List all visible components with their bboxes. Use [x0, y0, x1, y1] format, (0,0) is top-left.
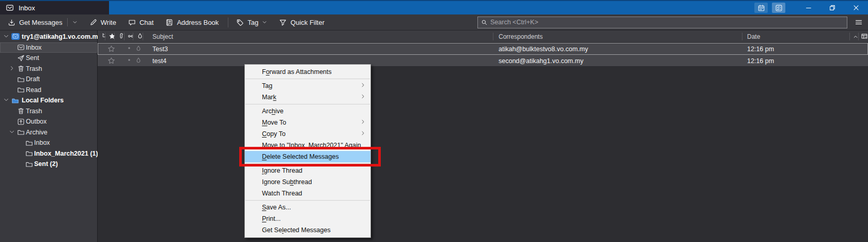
submenu-arrow-icon	[360, 82, 366, 88]
read-dot-icon[interactable]	[126, 45, 132, 51]
chevron-down-icon[interactable]	[3, 33, 9, 39]
thunderbird-window: Inbox Get Messages Write Chat Address B	[0, 0, 868, 242]
message-row[interactable]: Test3atikah@bulktestvo8.vo.com.my12:16 p…	[98, 43, 868, 55]
folder-icon	[25, 160, 33, 168]
subject-cell: test4	[152, 57, 166, 65]
quick-filter-button[interactable]: Quick Filter	[275, 16, 328, 29]
folder-icon	[25, 139, 33, 147]
folder-row-archive[interactable]: Archive	[0, 127, 97, 138]
folder-row-inbox[interactable]: Inbox	[0, 42, 97, 53]
thread-column-icon[interactable]	[101, 33, 107, 39]
column-date[interactable]: Date	[747, 33, 760, 40]
folder-label: Trash	[26, 65, 42, 72]
chevron-down-icon[interactable]	[9, 129, 15, 135]
address-book-label: Address Book	[177, 19, 219, 26]
read-dot-icon[interactable]	[126, 57, 132, 63]
folder-label: Inbox	[26, 44, 42, 51]
tab-label: Inbox	[19, 4, 35, 12]
calendar-button[interactable]	[754, 3, 768, 13]
menu-item-ignore-thread[interactable]: Ignore Thread	[245, 165, 370, 176]
menu-item-print[interactable]: Print...	[245, 213, 370, 224]
mail-tab-envelope-icon	[6, 4, 14, 12]
hamburger-icon	[855, 18, 863, 26]
junk-flame-icon[interactable]	[135, 57, 142, 64]
maximize-button[interactable]	[820, 1, 844, 14]
trash-icon	[17, 107, 25, 115]
folder-icon	[17, 86, 25, 94]
folder-row-trash[interactable]: Trash	[0, 64, 97, 74]
get-messages-button[interactable]: Get Messages	[4, 16, 81, 29]
app-menu-button[interactable]	[855, 18, 863, 26]
star-toggle-icon[interactable]	[107, 57, 115, 65]
column-divider	[133, 33, 133, 40]
folder-blue-icon	[11, 97, 19, 104]
inbox-icon	[17, 43, 25, 51]
write-label: Write	[101, 19, 116, 26]
tab-inbox[interactable]: Inbox	[0, 1, 109, 14]
address-book-icon	[165, 19, 173, 26]
menu-item-save-as[interactable]: Save As...	[245, 202, 370, 213]
folder-row-trash[interactable]: Trash	[0, 106, 97, 117]
menu-item-copy-to[interactable]: Copy To	[245, 128, 370, 140]
account-mail-icon	[11, 33, 20, 41]
folder-label: Sent	[26, 54, 39, 62]
titlebar: Inbox	[0, 1, 868, 14]
minimize-icon	[805, 4, 812, 11]
folder-row-inbox[interactable]: Inbox	[0, 138, 97, 148]
column-picker-icon[interactable]	[861, 33, 868, 40]
pencil-icon	[89, 19, 97, 26]
folder-row-outbox[interactable]: Outbox	[0, 116, 97, 127]
menu-separator	[245, 79, 370, 79]
folder-label: Draft	[26, 75, 40, 83]
correspondent-cell: second@atikahg1.vo.com.my	[499, 57, 583, 65]
write-button[interactable]: Write	[86, 16, 120, 29]
message-row[interactable]: test4second@atikahg1.vo.com.my12:16 pm	[98, 55, 868, 67]
trash-icon	[17, 65, 25, 72]
column-divider	[493, 33, 493, 40]
folder-row-local-folders[interactable]: Local Folders	[0, 95, 97, 106]
menu-item-get-selected-messages[interactable]: Get Selected Messages	[245, 224, 370, 236]
folder-icon	[25, 149, 33, 157]
global-search[interactable]	[477, 17, 847, 28]
folder-row-inbox-march2021-1[interactable]: Inbox_March2021 (1)	[0, 148, 97, 159]
menu-item-ignore-subthread[interactable]: Ignore Subthread	[245, 176, 370, 188]
star-toggle-icon[interactable]	[107, 45, 115, 53]
chevron-right-icon[interactable]	[9, 65, 15, 71]
folder-row-read[interactable]: Read	[0, 85, 97, 96]
folder-row-sent-2[interactable]: Sent (2)	[0, 159, 97, 170]
chevron-down-icon[interactable]	[3, 97, 9, 103]
chat-button[interactable]: Chat	[125, 16, 157, 29]
chat-bubble-icon	[128, 19, 136, 26]
column-correspondents[interactable]: Correspondents	[499, 33, 542, 40]
outbox-icon	[17, 118, 25, 126]
tasks-button[interactable]	[772, 3, 785, 13]
menu-item-watch-thread[interactable]: Watch Thread	[245, 188, 370, 199]
folder-label: Local Folders	[22, 97, 64, 104]
menu-item-move-to[interactable]: Move To	[245, 117, 370, 128]
tag-button[interactable]: Tag	[233, 16, 271, 29]
junk-flame-icon[interactable]	[135, 45, 142, 52]
restore-icon	[829, 4, 836, 11]
close-button[interactable]	[844, 1, 868, 14]
submenu-arrow-icon	[360, 94, 366, 99]
menu-item-mark[interactable]: Mark	[245, 92, 370, 103]
menu-item-archive[interactable]: Archive	[245, 105, 370, 117]
folder-row-sent[interactable]: Sent	[0, 53, 97, 64]
chat-label: Chat	[140, 19, 153, 26]
folder-row-draft[interactable]: Draft	[0, 74, 97, 85]
column-divider	[858, 33, 859, 40]
folder-row-try1-atikahg1-vo-com-my[interactable]: try1@atikahg1.vo.com.my	[0, 32, 97, 42]
column-divider	[114, 33, 115, 40]
submenu-arrow-icon	[360, 130, 366, 136]
search-input[interactable]	[490, 19, 844, 26]
minimize-button[interactable]	[797, 1, 820, 14]
column-subject[interactable]: Subject	[152, 33, 173, 40]
menu-separator	[245, 200, 370, 201]
thread-list-header: Subject Correspondents Date	[98, 31, 868, 43]
menu-item-forward-as-attachments[interactable]: Forward as Attachments	[245, 66, 370, 78]
menu-item-tag[interactable]: Tag	[245, 80, 370, 92]
get-messages-icon	[8, 19, 16, 26]
folder-label: Trash	[26, 108, 42, 115]
chevron-down-icon[interactable]	[72, 20, 78, 25]
address-book-button[interactable]: Address Book	[162, 16, 222, 29]
